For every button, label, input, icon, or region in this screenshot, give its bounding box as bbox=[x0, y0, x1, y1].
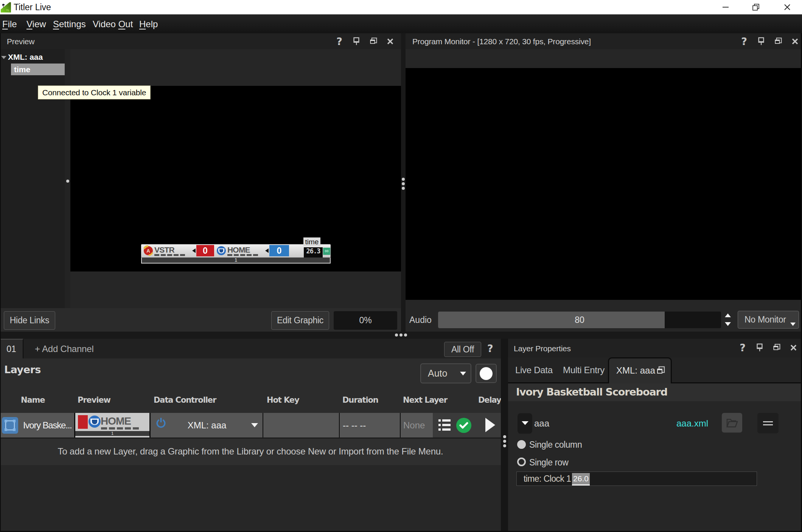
chevron-down-icon bbox=[790, 323, 796, 326]
splitter-grip-dot bbox=[503, 435, 506, 438]
restore-button[interactable] bbox=[746, 0, 765, 14]
restore-icon bbox=[751, 3, 760, 12]
splitter-grip-dot bbox=[402, 182, 405, 185]
chevron-down-icon bbox=[251, 423, 258, 427]
menu-file[interactable]: File bbox=[2, 14, 17, 33]
transition-select[interactable]: Auto bbox=[420, 363, 471, 383]
time-variable-field[interactable]: time: Clock 1 26.0 bbox=[516, 472, 757, 486]
help-icon[interactable]: ? bbox=[738, 343, 747, 352]
radio-single-column-label[interactable]: Single column bbox=[529, 440, 582, 449]
check-icon bbox=[459, 422, 468, 429]
menu-video-out[interactable]: Video Out bbox=[93, 14, 133, 33]
properties-splitter[interactable] bbox=[501, 339, 508, 532]
pin-icon[interactable] bbox=[755, 343, 764, 352]
away-team-logo: A bbox=[143, 245, 154, 256]
thumb-team-logo bbox=[88, 414, 101, 429]
audio-increment-button[interactable] bbox=[725, 313, 731, 317]
browse-file-button[interactable] bbox=[722, 413, 742, 433]
tab-multi-entry[interactable]: Multi Entry bbox=[563, 358, 605, 382]
game-clock: 26.3 bbox=[304, 247, 323, 257]
float-icon[interactable] bbox=[369, 36, 378, 46]
thumb-score-box bbox=[78, 415, 88, 429]
tree-item-time[interactable]: time bbox=[11, 64, 65, 75]
help-icon[interactable]: ? bbox=[487, 339, 493, 358]
help-icon[interactable]: ? bbox=[335, 36, 343, 46]
pin-icon[interactable] bbox=[757, 36, 765, 46]
thumb-period: 1 bbox=[75, 431, 149, 436]
audio-slider[interactable]: 80 bbox=[438, 312, 721, 328]
monitor-output-select[interactable]: No Monitor bbox=[738, 311, 799, 329]
source-collapse-button[interactable] bbox=[518, 413, 532, 434]
transition-select-value: Auto bbox=[428, 364, 447, 383]
close-window-button[interactable] bbox=[778, 0, 797, 14]
home-score: 0 bbox=[269, 245, 289, 256]
float-icon[interactable] bbox=[774, 36, 782, 46]
radio-single-row[interactable] bbox=[517, 458, 526, 466]
help-icon[interactable]: ? bbox=[740, 36, 748, 46]
record-button[interactable] bbox=[476, 364, 497, 383]
column-header-data-controller: Data Controller bbox=[154, 396, 216, 405]
audio-decrement-button[interactable] bbox=[725, 322, 731, 326]
panel-splitter-horizontal[interactable] bbox=[0, 332, 802, 339]
tab-live-data[interactable]: Live Data bbox=[515, 358, 553, 382]
source-options-button[interactable] bbox=[757, 413, 779, 433]
thumb-timeouts bbox=[101, 427, 139, 430]
scoreboard-period: 1 bbox=[141, 257, 331, 264]
minimize-icon bbox=[721, 3, 730, 11]
chevron-down-icon bbox=[460, 372, 466, 375]
layer-duration[interactable]: -- -- -- bbox=[343, 413, 366, 437]
layer-properties-title: Layer Properties bbox=[514, 339, 571, 358]
source-name: aaa bbox=[534, 413, 549, 434]
preview-progress: 0% bbox=[334, 311, 397, 330]
play-layer-button[interactable] bbox=[485, 418, 495, 432]
layer-data-controller[interactable]: XML: aaa bbox=[151, 413, 263, 437]
tree-root-xml[interactable]: XML: aaa bbox=[8, 53, 43, 62]
edit-graphic-button[interactable]: Edit Graphic bbox=[271, 311, 329, 330]
playlist-icon[interactable] bbox=[438, 419, 451, 431]
pin-icon[interactable] bbox=[352, 36, 361, 46]
float-tab-icon[interactable] bbox=[656, 366, 665, 376]
layer-next-layer[interactable]: None bbox=[403, 413, 425, 437]
radio-single-row-label[interactable]: Single row bbox=[529, 458, 568, 467]
channel-tab-01[interactable]: 01 bbox=[0, 339, 23, 358]
column-header-preview: Preview bbox=[78, 396, 110, 405]
layers-empty-hint: To add a new Layer, drag a Graphic from … bbox=[0, 439, 501, 465]
add-channel-button[interactable]: + Add Channel bbox=[35, 339, 94, 358]
column-header-delay: Delay bbox=[478, 396, 501, 405]
svg-text:TL: TL bbox=[6, 9, 10, 12]
menu-settings[interactable]: Settings bbox=[53, 14, 86, 33]
hide-links-button[interactable]: Hide Links bbox=[4, 311, 55, 330]
close-panel-icon[interactable] bbox=[791, 36, 799, 46]
layer-ready-indicator[interactable] bbox=[456, 418, 471, 433]
splitter-grip-dot bbox=[399, 333, 403, 337]
thumb-team-name: HOME bbox=[101, 415, 131, 427]
float-icon[interactable] bbox=[772, 343, 781, 352]
close-panel-icon[interactable] bbox=[386, 36, 395, 46]
home-team-logo bbox=[216, 245, 227, 256]
source-file-link[interactable]: aaa.xml bbox=[676, 413, 708, 434]
menu-view[interactable]: View bbox=[26, 14, 46, 33]
tree-expand-arrow-icon[interactable] bbox=[1, 56, 6, 59]
layer-graphic-icon bbox=[2, 417, 18, 434]
column-header-name: Name bbox=[21, 396, 45, 405]
time-variable-value: 26.0 bbox=[572, 473, 590, 484]
layer-row[interactable]: Ivory Baske... HOME 1 XML: aaa -- -- -- … bbox=[0, 413, 501, 437]
close-panel-icon[interactable] bbox=[790, 343, 798, 352]
shot-clock: 00 bbox=[323, 248, 330, 255]
tab-xml-aaa[interactable]: XML: aaa bbox=[608, 357, 672, 383]
record-icon bbox=[480, 367, 493, 380]
radio-single-column[interactable] bbox=[517, 440, 526, 449]
time-variable-underline bbox=[572, 484, 590, 485]
menu-help[interactable]: Help bbox=[139, 14, 158, 33]
tab-xml-aaa-label: XML: aaa bbox=[616, 358, 655, 382]
program-monitor-controls: ? bbox=[740, 36, 799, 46]
column-header-next-layer: Next Layer bbox=[403, 396, 447, 405]
titler-live-window: TL Titler Live File View Settings Video … bbox=[0, 0, 802, 532]
away-score: 0 bbox=[196, 245, 214, 256]
panel-splitter-vertical[interactable] bbox=[401, 33, 406, 332]
minimize-button[interactable] bbox=[716, 0, 735, 14]
all-off-button[interactable]: All Off bbox=[444, 342, 481, 357]
preview-panel-controls: ? bbox=[335, 36, 395, 46]
window-edge-left bbox=[0, 33, 1, 532]
column-header-hot-key: Hot Key bbox=[267, 396, 299, 405]
